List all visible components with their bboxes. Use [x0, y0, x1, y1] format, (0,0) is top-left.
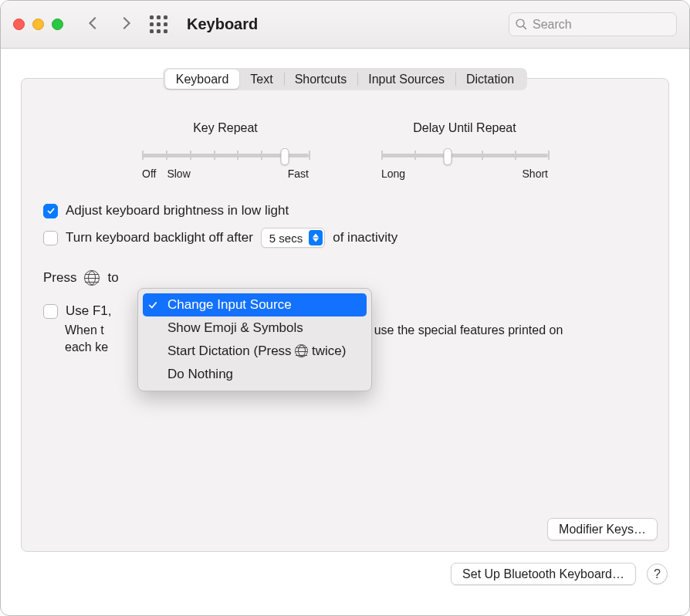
- minimize-window-button[interactable]: [32, 19, 44, 30]
- help-button[interactable]: ?: [647, 564, 668, 584]
- titlebar: Keyboard: [1, 1, 689, 49]
- backlight-off-label-before: Turn keyboard backlight off after: [66, 230, 253, 245]
- backlight-off-label-after: of inactivity: [333, 230, 397, 245]
- tab-shortcuts[interactable]: Shortcuts: [284, 69, 358, 89]
- search-icon: [515, 18, 528, 31]
- window-controls: [13, 19, 63, 30]
- key-repeat-label: Key Repeat: [142, 121, 309, 135]
- search-input[interactable]: [509, 12, 677, 36]
- key-repeat-thumb[interactable]: [281, 148, 289, 165]
- panel: Keyboard Text Shortcuts Input Sources Di…: [21, 78, 669, 552]
- window-title: Keyboard: [187, 15, 258, 33]
- zoom-window-button[interactable]: [52, 19, 63, 30]
- tab-input-sources[interactable]: Input Sources: [357, 69, 455, 89]
- nav-controls: [85, 15, 168, 35]
- menu-item-label: Change Input Source: [167, 297, 292, 313]
- menu-item-label: Show Emoji & Symbols: [167, 320, 303, 336]
- menu-item-change-input-source[interactable]: Change Input Source: [143, 293, 367, 316]
- menu-item-show-emoji[interactable]: Show Emoji & Symbols: [143, 316, 367, 340]
- row-adjust-brightness: Adjust keyboard brightness in low light: [43, 203, 647, 218]
- svg-marker-2: [313, 234, 319, 238]
- delay-slider[interactable]: [381, 146, 548, 163]
- press-globe-label-after: to: [107, 270, 118, 286]
- press-globe-label-before: Press: [43, 270, 76, 286]
- delay-group: Delay Until Repeat Long Short: [381, 121, 548, 180]
- globe-icon: [84, 270, 100, 286]
- tab-dictation[interactable]: Dictation: [455, 69, 525, 89]
- key-repeat-group: Key Repeat OffSlow: [142, 121, 309, 180]
- backlight-off-popup[interactable]: 5 secs: [261, 228, 325, 248]
- menu-item-start-dictation[interactable]: Start Dictation (Press twice): [143, 340, 367, 363]
- backlight-off-checkbox[interactable]: [43, 231, 58, 245]
- row-press-globe: Press to Change Input Source: [43, 268, 647, 288]
- press-globe-menu[interactable]: Change Input Source Show Emoji & Symbols…: [137, 288, 372, 391]
- tab-bar: Keyboard Text Shortcuts Input Sources Di…: [163, 68, 527, 90]
- modifier-keys-button[interactable]: Modifier Keys…: [547, 518, 658, 540]
- search-field-wrap: [509, 12, 677, 36]
- sliders-row: Key Repeat OffSlow: [22, 121, 668, 180]
- tab-keyboard[interactable]: Keyboard: [165, 69, 240, 89]
- use-fn-checkbox[interactable]: [43, 304, 58, 319]
- delay-label: Delay Until Repeat: [381, 121, 548, 135]
- backlight-off-value: 5 secs: [269, 232, 303, 245]
- prefs-body: Keyboard Text Shortcuts Input Sources Di…: [1, 49, 689, 605]
- delay-thumb[interactable]: [444, 148, 452, 165]
- row-backlight-off: Turn keyboard backlight off after 5 secs…: [43, 228, 647, 248]
- delay-marks: Long Short: [381, 168, 548, 180]
- adjust-brightness-checkbox[interactable]: [43, 204, 58, 218]
- checkmark-icon: [146, 300, 160, 310]
- show-all-icon[interactable]: [150, 15, 168, 34]
- tab-bar-wrap: Keyboard Text Shortcuts Input Sources Di…: [22, 68, 668, 90]
- tab-text[interactable]: Text: [239, 69, 283, 89]
- key-repeat-slider[interactable]: [142, 146, 309, 163]
- popup-arrows-icon: [309, 230, 323, 245]
- forward-button[interactable]: [117, 15, 134, 35]
- setup-bluetooth-button[interactable]: Set Up Bluetooth Keyboard…: [451, 563, 636, 585]
- menu-item-label: Start Dictation (Press twice): [167, 344, 346, 359]
- close-window-button[interactable]: [13, 19, 25, 30]
- svg-marker-3: [313, 239, 319, 242]
- key-repeat-marks: OffSlow Fast: [142, 168, 309, 180]
- svg-line-1: [523, 26, 526, 29]
- menu-item-label: Do Nothing: [167, 367, 233, 382]
- svg-point-0: [516, 19, 524, 27]
- back-button[interactable]: [85, 15, 102, 35]
- window: Keyboard Keyboard Text Shortcuts Input S…: [0, 0, 690, 616]
- menu-item-do-nothing[interactable]: Do Nothing: [143, 363, 367, 386]
- use-fn-label: Use F1,: [66, 303, 112, 319]
- footer-row: Set Up Bluetooth Keyboard… ?: [21, 563, 669, 585]
- adjust-brightness-label: Adjust keyboard brightness in low light: [66, 203, 289, 218]
